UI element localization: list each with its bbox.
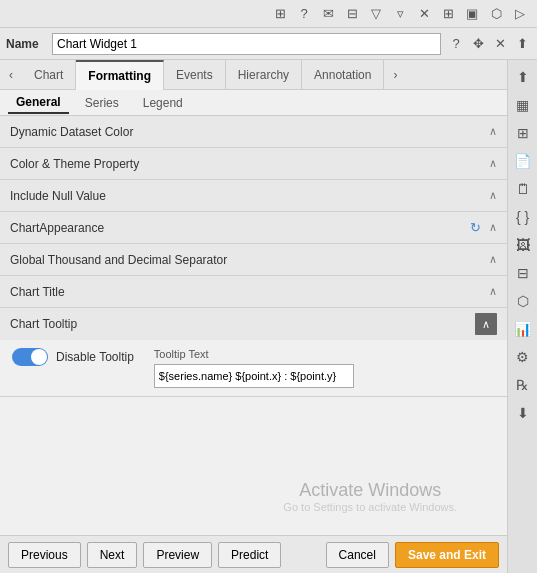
next-button[interactable]: Next bbox=[87, 542, 138, 568]
sidebar-code-icon[interactable]: { } bbox=[510, 204, 536, 230]
section-global-separator[interactable]: Global Thousand and Decimal Separator ∧ bbox=[0, 244, 507, 276]
sidebar-doc-icon[interactable]: 📄 bbox=[510, 148, 536, 174]
chevron-icon-5: ∧ bbox=[489, 285, 497, 298]
monitor-icon[interactable]: ▣ bbox=[463, 5, 481, 23]
sidebar-chart2-icon[interactable]: 📊 bbox=[510, 316, 536, 342]
section-include-null[interactable]: Include Null Value ∧ bbox=[0, 180, 507, 212]
top-toolbar: ⊞ ? ✉ ⊟ ▽ ▿ ✕ ⊞ ▣ ⬡ ▷ bbox=[0, 0, 537, 28]
section-label-dynamic: Dynamic Dataset Color bbox=[10, 125, 485, 139]
refresh-icon[interactable]: ↻ bbox=[470, 220, 481, 235]
chevron-icon-1: ∧ bbox=[489, 157, 497, 170]
tooltip-text-label: Tooltip Text bbox=[154, 348, 354, 360]
content-area: ‹ Chart Formatting Events Hierarchy Anno… bbox=[0, 60, 507, 573]
tab-hierarchy[interactable]: Hierarchy bbox=[226, 60, 302, 90]
subtab-series[interactable]: Series bbox=[77, 92, 127, 114]
tooltip-text-group: Tooltip Text bbox=[154, 348, 354, 388]
sections-list: Dynamic Dataset Color ∧ Color & Theme Pr… bbox=[0, 116, 507, 535]
mail-icon[interactable]: ✉ bbox=[319, 5, 337, 23]
section-label-tooltip: Chart Tooltip bbox=[10, 317, 475, 331]
filter-icon[interactable]: ▽ bbox=[367, 5, 385, 23]
toggle-knob bbox=[31, 349, 47, 365]
grid-icon[interactable]: ⊞ bbox=[271, 5, 289, 23]
tab-chart[interactable]: Chart bbox=[22, 60, 76, 90]
chevron-icon-dark: ∧ bbox=[475, 313, 497, 335]
right-sidebar: ⬆ ▦ ⊞ 📄 🗒 { } 🖼 ⊟ ⬡ 📊 ⚙ ℞ ⬇ bbox=[507, 60, 537, 573]
close-icon[interactable]: ✕ bbox=[491, 35, 509, 53]
x-icon[interactable]: ✕ bbox=[415, 5, 433, 23]
tab-nav: ‹ Chart Formatting Events Hierarchy Anno… bbox=[0, 60, 507, 90]
toggle-row: Disable Tooltip bbox=[12, 348, 134, 366]
export-icon[interactable]: ⬡ bbox=[487, 5, 505, 23]
tooltip-text-input[interactable] bbox=[154, 364, 354, 388]
bookmark-icon[interactable]: ⊟ bbox=[343, 5, 361, 23]
tab-nav-next[interactable]: › bbox=[384, 60, 406, 90]
name-input[interactable] bbox=[52, 33, 441, 55]
tab-formatting[interactable]: Formatting bbox=[76, 60, 164, 90]
name-label: Name bbox=[6, 37, 46, 51]
table-icon[interactable]: ⊞ bbox=[439, 5, 457, 23]
section-chart-title[interactable]: Chart Title ∧ bbox=[0, 276, 507, 308]
section-label-appearance: ChartAppearance bbox=[10, 221, 470, 235]
predict-button[interactable]: Predict bbox=[218, 542, 281, 568]
section-label-color-theme: Color & Theme Property bbox=[10, 157, 485, 171]
tooltip-header[interactable]: Chart Tooltip ∧ bbox=[0, 308, 507, 340]
section-chart-appearance[interactable]: ChartAppearance ↻ ∧ bbox=[0, 212, 507, 244]
name-row: Name ? ✥ ✕ ⬆ bbox=[0, 28, 537, 60]
sidebar-table-icon[interactable]: ⊟ bbox=[510, 260, 536, 286]
name-row-icons: ? ✥ ✕ ⬆ bbox=[447, 35, 531, 53]
sidebar-settings-icon[interactable]: ⚙ bbox=[510, 344, 536, 370]
chevron-icon-0: ∧ bbox=[489, 125, 497, 138]
sidebar-arrow-up-icon[interactable]: ⬆ bbox=[510, 64, 536, 90]
play-icon[interactable]: ▷ bbox=[511, 5, 529, 23]
disable-tooltip-toggle[interactable] bbox=[12, 348, 48, 366]
subtab-general[interactable]: General bbox=[8, 92, 69, 114]
section-chart-tooltip: Chart Tooltip ∧ Disable Tooltip Tooltip … bbox=[0, 308, 507, 397]
chevron-icon-2: ∧ bbox=[489, 189, 497, 202]
sidebar-barchart-icon[interactable]: ▦ bbox=[510, 92, 536, 118]
save-exit-button[interactable]: Save and Exit bbox=[395, 542, 499, 568]
arrow-up-icon[interactable]: ⬆ bbox=[513, 35, 531, 53]
tooltip-content: Disable Tooltip Tooltip Text bbox=[0, 340, 507, 396]
previous-button[interactable]: Previous bbox=[8, 542, 81, 568]
section-label-chart-title: Chart Title bbox=[10, 285, 485, 299]
chevron-icon-3: ∧ bbox=[489, 221, 497, 234]
sidebar-plugin-icon[interactable]: ⬡ bbox=[510, 288, 536, 314]
tab-events[interactable]: Events bbox=[164, 60, 226, 90]
sidebar-group-icon[interactable]: ⊞ bbox=[510, 120, 536, 146]
tab-nav-prev[interactable]: ‹ bbox=[0, 60, 22, 90]
sidebar-download-icon[interactable]: ⬇ bbox=[510, 400, 536, 426]
preview-button[interactable]: Preview bbox=[143, 542, 212, 568]
move-icon[interactable]: ✥ bbox=[469, 35, 487, 53]
cancel-button[interactable]: Cancel bbox=[326, 542, 389, 568]
section-label-null: Include Null Value bbox=[10, 189, 485, 203]
toggle-label: Disable Tooltip bbox=[56, 350, 134, 364]
tab-annotation[interactable]: Annotation bbox=[302, 60, 384, 90]
section-label-separator: Global Thousand and Decimal Separator bbox=[10, 253, 485, 267]
subtab-legend[interactable]: Legend bbox=[135, 92, 191, 114]
sub-tabs: General Series Legend bbox=[0, 90, 507, 116]
question-icon[interactable]: ? bbox=[295, 5, 313, 23]
chevron-icon-4: ∧ bbox=[489, 253, 497, 266]
sidebar-doc2-icon[interactable]: 🗒 bbox=[510, 176, 536, 202]
section-dynamic-dataset-color[interactable]: Dynamic Dataset Color ∧ bbox=[0, 116, 507, 148]
filter2-icon[interactable]: ▿ bbox=[391, 5, 409, 23]
main-container: ‹ Chart Formatting Events Hierarchy Anno… bbox=[0, 60, 537, 573]
section-color-theme[interactable]: Color & Theme Property ∧ bbox=[0, 148, 507, 180]
bottom-bar: Previous Next Preview Predict Cancel Sav… bbox=[0, 535, 507, 573]
sidebar-image-icon[interactable]: 🖼 bbox=[510, 232, 536, 258]
question-icon2[interactable]: ? bbox=[447, 35, 465, 53]
sidebar-medical-icon[interactable]: ℞ bbox=[510, 372, 536, 398]
